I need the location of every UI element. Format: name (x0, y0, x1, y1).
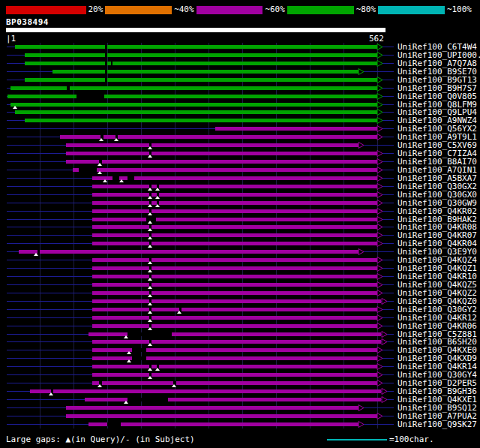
arrowhead-icon (376, 215, 384, 224)
alignment-bar[interactable] (66, 406, 358, 410)
key-swatch-60pct (196, 6, 263, 14)
arrowhead-icon (376, 272, 384, 281)
scale-bar (327, 439, 387, 440)
alignment-bar[interactable] (66, 160, 377, 164)
alignment-bar[interactable] (25, 62, 377, 65)
alignment-gap (105, 53, 108, 57)
arrowhead-icon (376, 108, 384, 116)
arrowhead-icon (376, 362, 384, 371)
arrowhead-icon (376, 101, 384, 109)
alignment-bar[interactable] (60, 135, 377, 139)
arrowhead-icon (381, 330, 388, 338)
alignment-bar[interactable] (15, 45, 377, 49)
alignment-bar[interactable] (92, 365, 377, 368)
arrowhead-icon (376, 92, 384, 101)
alignment-bar[interactable] (10, 103, 377, 107)
alignment-bar[interactable] (66, 152, 377, 155)
arrowhead-icon (376, 379, 384, 387)
alignment-bar[interactable] (92, 176, 377, 180)
arrowhead-icon (376, 182, 384, 191)
key-label: ~100% (445, 5, 474, 14)
alignment-bar[interactable] (92, 373, 377, 377)
alignment-bar[interactable] (66, 414, 377, 418)
alignment-row: UniRef100_Q0V805 (0, 92, 480, 101)
alignment-gap (128, 332, 172, 336)
alignment-bar[interactable] (92, 291, 377, 295)
arrowhead-icon (376, 207, 384, 215)
alignment-bar[interactable] (92, 308, 377, 311)
alignment-gap (128, 176, 134, 180)
alignment-bar[interactable] (92, 233, 377, 237)
alignment-bar[interactable] (92, 275, 377, 278)
alignment-bar[interactable] (92, 193, 377, 197)
arrowhead-icon (376, 322, 384, 330)
alignment-gap (132, 356, 147, 360)
alignment-bar[interactable] (92, 225, 377, 229)
arrowhead-icon (381, 387, 388, 395)
arrowhead-icon (376, 125, 384, 133)
alignment-bar[interactable] (73, 168, 377, 172)
alignment-bar[interactable] (92, 258, 377, 262)
subject-id-label[interactable]: UniRef100_Q0V805 (398, 92, 477, 101)
alignment-bar[interactable] (92, 242, 377, 245)
alignment-bar[interactable] (25, 78, 377, 82)
alignment-bar[interactable] (25, 53, 377, 57)
subject-id-label[interactable]: UniRef100_Q9SK27 (398, 420, 477, 428)
alignment-bar[interactable] (92, 381, 377, 385)
key-label: ~40% (172, 5, 196, 14)
alignment-gap (67, 86, 70, 90)
arrowhead-icon (376, 239, 384, 248)
subject-id-label[interactable]: UniRef100_Q30GW9 (398, 199, 477, 207)
arrowhead-icon (376, 264, 384, 272)
arrowhead-icon (376, 281, 384, 289)
alignment-gap (105, 62, 108, 65)
arrowhead-icon (376, 133, 384, 141)
alignment-bar[interactable] (92, 218, 377, 221)
alignment-bar[interactable] (30, 389, 382, 393)
alignment-bar[interactable] (19, 250, 358, 254)
arrowhead-icon (376, 314, 384, 322)
alignment-bar[interactable] (215, 127, 377, 131)
alignment-gap (79, 168, 96, 172)
arrowhead-icon (376, 174, 384, 182)
alignment-bar[interactable] (92, 201, 377, 205)
alignment-plot: UniRef100_C6T4W4UniRef100_UPI000..UniRef… (0, 43, 480, 428)
alignment-gap (105, 70, 108, 74)
alignment-bar[interactable] (15, 110, 377, 114)
arrowhead-icon (376, 223, 384, 231)
alignment-bar[interactable] (92, 299, 381, 303)
key-swatch-40pct (105, 6, 172, 14)
key-swatch-80pct (287, 6, 354, 14)
alignment-bar[interactable] (92, 324, 377, 328)
subject-id-label[interactable]: UniRef100_Q4KR02 (398, 207, 477, 215)
arrowhead-icon (376, 149, 384, 158)
alignment-bar[interactable] (52, 70, 358, 74)
arrowhead-icon (376, 191, 384, 199)
alignment-bar[interactable] (92, 283, 377, 287)
key-label: ~80% (354, 5, 379, 14)
subject-id-label[interactable]: UniRef100_Q4KR06 (398, 322, 477, 330)
alignment-bar[interactable] (92, 316, 377, 320)
alignment-bar[interactable] (88, 422, 358, 426)
alignment-bar[interactable] (25, 119, 377, 122)
arrowhead-icon (358, 420, 365, 428)
alignment-bar[interactable] (66, 143, 358, 147)
alignment-row: UniRef100_B9H7S7 (0, 84, 480, 92)
arrowhead-icon (376, 346, 384, 354)
alignment-bar[interactable] (92, 209, 377, 213)
arrowhead-icon (376, 59, 384, 68)
alignment-bar[interactable] (8, 95, 377, 98)
arrowhead-icon (358, 141, 365, 149)
key-swatch-20pct (6, 6, 86, 14)
query-bar (6, 28, 386, 32)
alignment-bar[interactable] (92, 266, 377, 270)
alignment-bar[interactable] (10, 86, 377, 90)
alignment-gap (128, 398, 168, 401)
alignment-gap (105, 78, 108, 82)
key-label: ~60% (262, 5, 287, 14)
alignment-bar[interactable] (92, 340, 381, 344)
arrowhead-icon (358, 68, 365, 76)
large-gaps-legend: Large gaps: ▲(in Query)/- (in Subject) (6, 434, 195, 444)
subject-id-label[interactable]: UniRef100_B9H7S7 (398, 84, 477, 92)
alignment-bar[interactable] (92, 185, 377, 188)
